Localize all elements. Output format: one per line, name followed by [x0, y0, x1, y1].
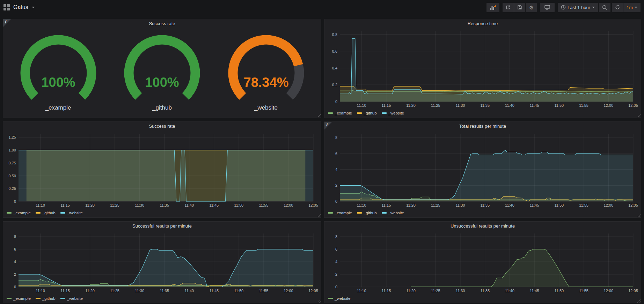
- info-corner-icon[interactable]: i: [3, 19, 11, 27]
- svg-text:0: 0: [335, 199, 337, 203]
- svg-text:11:30: 11:30: [456, 103, 465, 107]
- svg-text:6: 6: [14, 247, 16, 251]
- successful-results-chart[interactable]: 11:1011:1511:2011:2511:3011:3511:4011:45…: [5, 231, 319, 294]
- svg-text:4: 4: [335, 260, 337, 264]
- svg-text:0.2: 0.2: [332, 83, 337, 87]
- svg-text:11:20: 11:20: [406, 103, 416, 107]
- svg-text:12:00: 12:00: [604, 103, 614, 107]
- svg-text:6: 6: [335, 247, 337, 251]
- legend-item-_website[interactable]: _website: [382, 111, 404, 115]
- svg-text:0: 0: [14, 199, 16, 203]
- time-range-picker[interactable]: Last 1 hour: [558, 3, 598, 12]
- svg-text:0.50: 0.50: [9, 174, 16, 178]
- dashboard-title[interactable]: Gatus: [13, 4, 28, 10]
- legend-item-_example[interactable]: _example: [328, 211, 352, 215]
- legend-item-_example[interactable]: _example: [328, 111, 352, 115]
- legend-item-_example[interactable]: _example: [7, 211, 31, 215]
- grafana-dashboard: Gatus: [0, 0, 644, 304]
- svg-text:11:25: 11:25: [431, 289, 440, 293]
- successful-results-per-minute-svg: 11:1011:1511:2011:2511:3011:3511:4011:45…: [5, 231, 319, 294]
- legend-item-_github[interactable]: _github: [357, 111, 377, 115]
- refresh-button[interactable]: [612, 3, 623, 12]
- legend-item-_github[interactable]: _github: [36, 296, 56, 301]
- svg-text:11:55: 11:55: [579, 203, 588, 207]
- svg-text:11:25: 11:25: [110, 289, 119, 293]
- gauge-label: _github: [152, 104, 172, 111]
- panel-title[interactable]: Successful results per minute: [3, 222, 321, 231]
- legend-color-icon: [357, 112, 362, 114]
- resize-handle[interactable]: [637, 299, 641, 303]
- svg-text:0: 0: [14, 285, 16, 289]
- svg-text:4: 4: [14, 260, 16, 264]
- panel-title[interactable]: Unsuccessful results per minute: [324, 222, 641, 231]
- legend-item-_website[interactable]: _website: [60, 211, 83, 215]
- unsuccessful-results-chart[interactable]: 11:1011:1511:2011:2511:3011:3511:4011:45…: [326, 231, 639, 294]
- legend-item-_website[interactable]: _website: [60, 296, 83, 301]
- svg-text:8: 8: [335, 135, 337, 140]
- chevron-down-icon: [592, 7, 595, 8]
- gauge-value: 100%: [41, 75, 75, 90]
- refresh-interval-label: 1m: [627, 5, 633, 10]
- chevron-down-icon: [635, 7, 637, 8]
- svg-text:11:40: 11:40: [184, 289, 194, 293]
- legend-color-icon: [7, 212, 12, 214]
- svg-text:8: 8: [14, 235, 16, 239]
- svg-text:12:05: 12:05: [628, 289, 638, 293]
- legend-label: _example: [335, 111, 352, 115]
- resize-handle[interactable]: [317, 214, 321, 217]
- resize-handle[interactable]: [637, 114, 641, 117]
- svg-text:0: 0: [335, 285, 337, 289]
- panel-response-time: Response time 11:1011:1511:2011:2511:301…: [324, 19, 641, 118]
- response-time-chart[interactable]: 11:1011:1511:2011:2511:3011:3511:4011:45…: [326, 28, 639, 109]
- svg-text:11:25: 11:25: [431, 103, 440, 107]
- panel-title[interactable]: Success rate: [3, 122, 321, 131]
- save-button[interactable]: [514, 3, 525, 12]
- add-panel-button[interactable]: [486, 3, 499, 12]
- gauge-value: 100%: [145, 75, 179, 90]
- legend-item-_website[interactable]: _website: [328, 296, 350, 301]
- share-button[interactable]: [503, 3, 514, 12]
- svg-text:0.75: 0.75: [9, 161, 16, 165]
- success-rate-chart[interactable]: 11:1011:1511:2011:2511:3011:3511:4011:45…: [5, 131, 319, 208]
- total-results-chart[interactable]: 11:1011:1511:2011:2511:3011:3511:4011:45…: [326, 131, 639, 208]
- svg-text:12:00: 12:00: [604, 203, 614, 207]
- svg-text:12:05: 12:05: [628, 203, 638, 207]
- settings-button[interactable]: ⚙: [526, 3, 536, 12]
- tv-mode-button[interactable]: [540, 3, 555, 12]
- panel-unsuccessful-results: Unsuccessful results per minute 11:1011:…: [324, 221, 641, 303]
- svg-text:11:25: 11:25: [110, 203, 119, 207]
- svg-text:11:40: 11:40: [505, 289, 514, 293]
- legend-item-_github[interactable]: _github: [36, 211, 56, 215]
- info-corner-icon[interactable]: i: [324, 122, 332, 129]
- chevron-down-icon: [32, 7, 35, 8]
- resize-handle[interactable]: [317, 114, 321, 117]
- gauge-arc: 100%: [113, 33, 211, 104]
- panel-title[interactable]: Success rate: [3, 19, 321, 28]
- svg-text:11:35: 11:35: [160, 289, 169, 293]
- panel-success-rate-gauges: i Success rate 100%_example100%_github78…: [3, 19, 321, 118]
- legend-item-_example[interactable]: _example: [7, 296, 31, 301]
- svg-text:11:55: 11:55: [259, 203, 269, 207]
- refresh-interval-picker[interactable]: 1m: [623, 3, 641, 12]
- svg-text:0.8: 0.8: [332, 32, 337, 37]
- svg-text:11:10: 11:10: [36, 203, 45, 207]
- legend-item-_website[interactable]: _website: [382, 211, 404, 215]
- success-rate-gauges: 100%_example100%_github78.34%_website: [3, 28, 321, 116]
- legend-color-icon: [357, 212, 362, 214]
- panel-title[interactable]: Response time: [324, 19, 641, 28]
- legend-color-icon: [382, 212, 387, 214]
- resize-handle[interactable]: [317, 299, 321, 303]
- panel-title[interactable]: Total results per minute: [324, 122, 641, 131]
- dashboard-grid-icon[interactable]: [3, 4, 10, 10]
- svg-text:11:10: 11:10: [36, 289, 45, 293]
- legend-label: _example: [13, 211, 31, 215]
- resize-handle[interactable]: [637, 214, 641, 217]
- svg-text:12:05: 12:05: [308, 289, 318, 293]
- svg-text:11:15: 11:15: [382, 103, 391, 107]
- zoom-out-button[interactable]: [599, 3, 610, 12]
- svg-text:11:35: 11:35: [160, 203, 169, 207]
- svg-text:12:00: 12:00: [604, 289, 614, 293]
- svg-text:11:15: 11:15: [382, 203, 391, 207]
- legend-item-_github[interactable]: _github: [357, 211, 377, 215]
- svg-text:8: 8: [335, 235, 337, 239]
